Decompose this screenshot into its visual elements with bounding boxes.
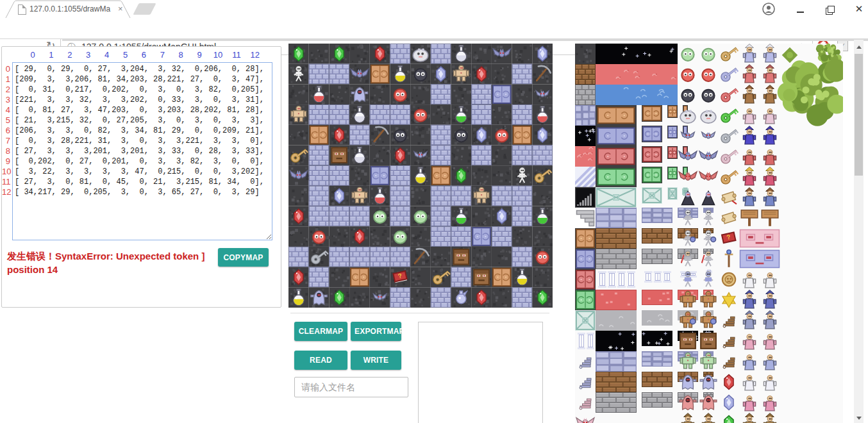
col-header-3: 3 — [79, 50, 98, 60]
col-header-8: 8 — [171, 50, 190, 60]
row-header-9: 9 — [2, 156, 10, 167]
row-header-2: 2 — [2, 85, 10, 95]
exportmap-button[interactable]: EXPORTMAP — [351, 322, 401, 341]
browser-titlebar: 127.0.0.1:1055/drawMa × ✕ — [0, 0, 868, 18]
section-divider — [290, 313, 549, 313]
map-canvas[interactable] — [288, 44, 553, 308]
col-header-0: 0 — [23, 50, 42, 60]
row-header-12: 12 — [2, 187, 10, 197]
tab-close-icon[interactable]: × — [118, 4, 123, 13]
browser-toolbar: ← → ↻ ⓘ 127.0.0.1:1055/drawMapGUI.html ☆… — [0, 18, 868, 38]
map-array-textarea[interactable] — [12, 62, 272, 240]
new-tab-button[interactable] — [133, 3, 156, 15]
row-header-4: 4 — [2, 105, 10, 115]
minimize-button[interactable] — [786, 0, 814, 18]
read-button[interactable]: READ — [294, 351, 347, 370]
row-header-11: 11 — [2, 177, 10, 187]
scrollbar-thumb[interactable] — [855, 54, 863, 176]
page-file-icon — [18, 4, 26, 15]
row-header-7: 7 — [2, 136, 10, 146]
row-header-3: 3 — [2, 95, 10, 105]
tab-title: 127.0.0.1:1055/drawMa — [29, 4, 114, 15]
row-header-1: 1 — [2, 74, 10, 85]
clearmap-button[interactable]: CLEARMAP — [294, 322, 347, 341]
col-header-12: 12 — [246, 50, 265, 60]
row-header-8: 8 — [2, 146, 10, 156]
row-header-5: 5 — [2, 115, 10, 126]
col-header-10: 10 — [208, 50, 228, 60]
filename-input[interactable] — [294, 377, 408, 397]
row-header-6: 6 — [2, 126, 10, 136]
export-output-box — [418, 322, 543, 423]
restore-button[interactable] — [815, 0, 844, 18]
page-scrollbar[interactable] — [854, 40, 864, 423]
scroll-down-arrow-icon[interactable] — [854, 413, 864, 423]
col-header-2: 2 — [60, 50, 79, 60]
col-header-7: 7 — [153, 50, 172, 60]
col-header-4: 4 — [97, 50, 117, 60]
profile-avatar-icon[interactable] — [762, 3, 775, 15]
col-header-1: 1 — [42, 50, 61, 60]
row-header-10: 10 — [2, 167, 10, 177]
map-data-panel: 0123456789101112 0123456789101112 发生错误！S… — [1, 46, 281, 308]
close-icon: ✕ — [855, 3, 864, 14]
close-window-button[interactable]: ✕ — [845, 0, 868, 18]
col-header-11: 11 — [227, 50, 246, 60]
col-header-5: 5 — [116, 50, 135, 60]
copymap-button[interactable]: COPYMAP — [218, 248, 269, 267]
col-header-9: 9 — [190, 50, 209, 60]
error-message: 发生错误！SyntaxError: Unexpected token ] pos… — [7, 249, 217, 276]
write-button[interactable]: WRITE — [351, 351, 401, 370]
scroll-up-arrow-icon[interactable] — [854, 40, 864, 50]
content-top-rule — [62, 39, 868, 41]
row-header-0: 0 — [2, 64, 10, 74]
tileset-palette-canvas[interactable] — [575, 44, 843, 423]
col-header-6: 6 — [134, 50, 153, 60]
